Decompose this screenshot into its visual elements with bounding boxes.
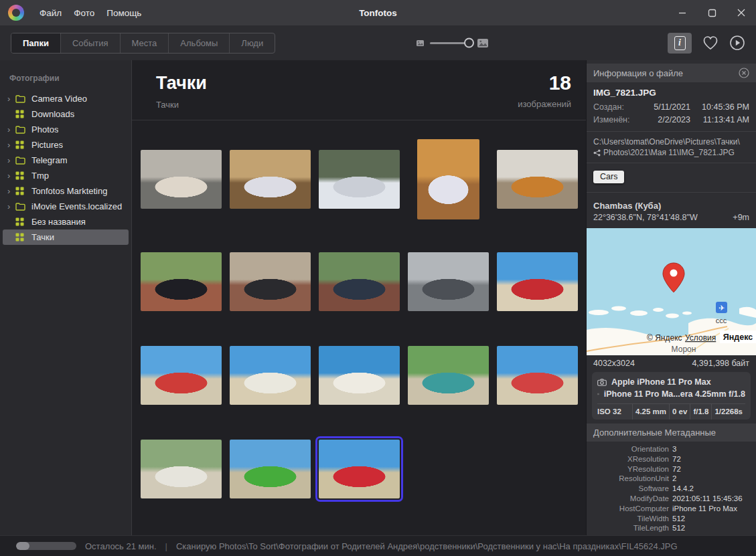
photo-slot [497, 252, 578, 311]
menu-file[interactable]: Файл [33, 8, 68, 18]
exposure-stat: 4.25 mm [632, 404, 669, 420]
photo-thumbnail[interactable] [141, 252, 222, 311]
photo-slot [319, 150, 400, 209]
folder-icon [15, 124, 27, 134]
chevron-right-icon[interactable]: › [7, 187, 15, 195]
scanning-status: Сканирую Photos\To Sort\Фотографии от Ро… [176, 541, 678, 551]
photo-thumbnail[interactable] [230, 252, 311, 311]
photo-grid [132, 120, 586, 499]
maximize-button[interactable] [697, 0, 727, 25]
yandex-logo[interactable]: Яндекс [720, 331, 756, 343]
time-remaining: Осталось 21 мин. [85, 541, 157, 551]
photo-thumbnail[interactable] [141, 346, 222, 405]
menu-photo[interactable]: Фото [68, 8, 100, 18]
tab-albums[interactable]: Альбомы [168, 33, 229, 53]
sidebar-item-imovie-events[interactable]: ›iMovie Events.localized [3, 199, 129, 214]
close-button[interactable] [727, 0, 756, 25]
photo-thumbnail[interactable] [141, 150, 222, 209]
photo-thumbnail[interactable] [408, 346, 489, 405]
chevron-right-icon[interactable]: › [7, 202, 15, 211]
chevron-right-icon[interactable]: › [7, 171, 15, 180]
menu-help[interactable]: Помощь [100, 8, 147, 18]
sidebar-item-pictures[interactable]: ›Pictures [3, 137, 129, 153]
folder-icon [15, 155, 27, 165]
photo-thumbnail[interactable] [319, 346, 400, 405]
share-icon[interactable] [593, 149, 601, 157]
photo-slot [230, 440, 311, 498]
exposure-stats: ISO 324.25 mm0 evf/1.81/2268s [597, 403, 745, 420]
exposure-stat: ISO 32 [597, 404, 632, 420]
grid-album-icon [15, 140, 27, 150]
sidebar-item-photos[interactable]: ›Photos [3, 122, 129, 137]
sidebar-item-camera-video[interactable]: ›Camera Video [3, 91, 129, 106]
metadata-key: TileLength [593, 523, 672, 533]
metadata-value: 512 [672, 514, 749, 524]
metadata-row: Software14.4.2 [593, 484, 749, 494]
photo-thumbnail[interactable] [417, 139, 479, 219]
tag-cars[interactable]: Cars [593, 171, 624, 183]
photo-thumbnail[interactable] [230, 346, 311, 405]
sidebar-item-tmp[interactable]: ›Tmp [3, 168, 129, 183]
chevron-right-icon[interactable]: › [7, 156, 15, 165]
photo-slot [408, 139, 489, 219]
exposure-stat: 0 ev [669, 404, 690, 420]
sidebar-item-tonfotos-markteting[interactable]: ›Tonfotos Markteting [3, 183, 129, 199]
photo-thumbnail[interactable] [319, 252, 400, 311]
metadata-key: HostComputer [593, 504, 672, 514]
sidebar-item-label: Photos [31, 124, 58, 134]
tab-folders[interactable]: Папки [11, 33, 60, 53]
tab-people[interactable]: Люди [229, 33, 275, 53]
photo-thumbnail[interactable] [497, 150, 578, 209]
sidebar-item-bez-nazvaniya[interactable]: Без названия [3, 214, 129, 229]
metadata-key: YResolution [593, 464, 672, 474]
chevron-right-icon[interactable]: › [7, 141, 15, 149]
title-bar: Файл Фото Помощь Tonfotos [0, 0, 756, 25]
album-subtitle: Тачки [156, 100, 207, 110]
photo-thumbnail[interactable] [408, 252, 489, 311]
zoom-slider[interactable] [430, 42, 471, 44]
photo-thumbnail[interactable] [497, 346, 578, 405]
photo-thumbnail[interactable] [319, 440, 400, 498]
location-name: Chambas (Куба) [587, 197, 756, 212]
map-label-ccc: ссс [716, 316, 727, 325]
tab-places[interactable]: Места [120, 33, 169, 53]
metadata-row: ModifyDate2021:05:11 15:45:36 [593, 494, 749, 504]
metadata-row: TileWidth512 [593, 514, 749, 524]
photo-thumbnail[interactable] [141, 440, 222, 498]
chevron-right-icon[interactable]: › [7, 94, 15, 103]
sidebar-item-label: Camera Video [31, 94, 87, 104]
zoom-slider-knob[interactable] [464, 38, 474, 48]
metadata-value: 512 [672, 523, 749, 533]
tags-row: Cars [587, 168, 756, 187]
tab-events[interactable]: События [60, 33, 120, 53]
airport-icon[interactable]: ✈ [716, 302, 727, 313]
grid-album-icon [15, 186, 27, 196]
photo-thumbnail[interactable] [319, 150, 400, 209]
photo-thumbnail[interactable] [230, 150, 311, 209]
content-area: Фотографии ›Camera VideoDownloads›Photos… [0, 60, 756, 535]
metadata-list: Orientation3XResolution72YResolution72Re… [587, 442, 756, 535]
minimize-button[interactable] [668, 0, 697, 25]
grid-album-icon [15, 109, 27, 119]
exposure-stat: f/1.8 [690, 404, 711, 420]
gps-coordinates: 22°36'38.6"N, 78°41'48.8"W [593, 213, 698, 222]
sidebar-item-downloads[interactable]: Downloads [3, 106, 129, 122]
chevron-right-icon[interactable]: › [7, 125, 15, 134]
file-size: 4,391,398 байт [692, 359, 749, 368]
map[interactable]: ✈ ссс © Яндекс Условия Яндекс Морон [587, 228, 756, 355]
sidebar-item-tachki[interactable]: Тачки [3, 229, 129, 245]
info-panel-toggle-button[interactable]: i [668, 33, 692, 54]
photo-thumbnail[interactable] [230, 440, 311, 498]
sidebar-item-telegram[interactable]: ›Telegram [3, 153, 129, 168]
photo-slot [141, 150, 222, 209]
sidebar-items: ›Camera VideoDownloads›Photos›Pictures›T… [0, 91, 131, 245]
close-panel-icon[interactable] [739, 68, 749, 78]
slideshow-play-icon[interactable] [729, 35, 745, 51]
sidebar-item-label: Tmp [31, 171, 49, 181]
sidebar-item-label: Downloads [31, 109, 74, 119]
favorites-heart-icon[interactable] [702, 35, 719, 50]
photo-thumbnail[interactable] [497, 252, 578, 311]
info-panel-title: Информация о файле [593, 68, 683, 78]
yandex-terms-link[interactable]: Условия [685, 333, 716, 343]
sidebar-item-label: Тачки [31, 232, 54, 242]
